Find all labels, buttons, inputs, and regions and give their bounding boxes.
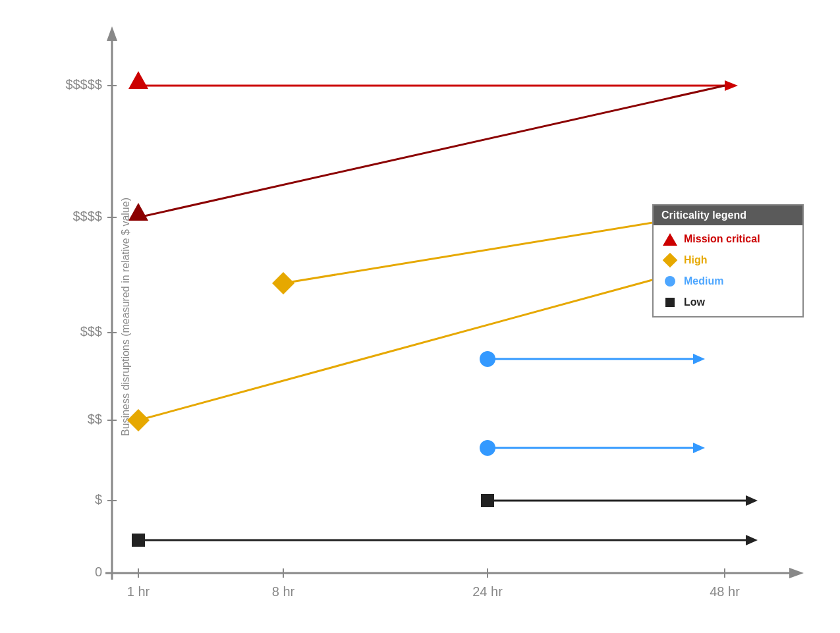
mc-diag-marker — [128, 203, 148, 221]
legend-body: Mission critical High Medium Low — [654, 225, 802, 316]
svg-text:24 hr: 24 hr — [472, 584, 503, 599]
svg-text:0: 0 — [95, 564, 102, 579]
diamond-icon — [663, 253, 678, 268]
high-bot-line — [138, 260, 725, 420]
medium-top-arrow — [693, 354, 705, 364]
legend-item-high: High — [663, 253, 793, 267]
svg-text:$$$: $$$ — [80, 324, 102, 339]
low-top-marker — [481, 494, 494, 507]
legend-low-icon — [663, 295, 677, 310]
high-top-marker — [272, 272, 294, 294]
legend-mc-icon — [663, 232, 677, 246]
triangle-icon — [663, 233, 677, 246]
low-bot-arrow — [746, 535, 758, 545]
circle-icon — [665, 276, 675, 287]
medium-top-marker — [480, 351, 495, 367]
legend-medium-icon — [663, 274, 677, 289]
legend-medium-label: Medium — [684, 275, 723, 287]
legend-item-medium: Medium — [663, 274, 793, 289]
legend-item-mc: Mission critical — [663, 232, 793, 246]
svg-text:$: $ — [95, 492, 102, 507]
legend-high-icon — [663, 253, 677, 267]
high-bot-marker — [127, 409, 150, 431]
chart-container: Business disruptions (measured in relati… — [0, 0, 840, 633]
svg-text:48 hr: 48 hr — [710, 584, 740, 599]
low-bot-marker — [132, 534, 145, 547]
low-top-arrow — [746, 495, 758, 506]
legend-high-label: High — [684, 254, 708, 266]
square-icon — [665, 298, 675, 307]
svg-text:8 hr: 8 hr — [272, 584, 295, 599]
mc-top-arrow — [725, 80, 738, 91]
legend-mc-label: Mission critical — [684, 233, 760, 245]
medium-bot-marker — [480, 440, 495, 456]
mc-diag-line — [138, 86, 725, 217]
medium-bot-arrow — [693, 443, 705, 453]
mc-top-marker — [128, 71, 148, 89]
legend-item-low: Low — [663, 295, 793, 310]
svg-text:$$$$$: $$$$$ — [65, 77, 102, 92]
y-axis-arrow — [107, 26, 117, 41]
legend-box: Criticality legend Mission critical High… — [652, 204, 804, 317]
legend-low-label: Low — [684, 296, 705, 308]
legend-title: Criticality legend — [654, 206, 802, 225]
svg-text:1 hr: 1 hr — [127, 584, 150, 599]
svg-text:$$: $$ — [88, 412, 102, 426]
x-axis-arrow — [789, 568, 804, 578]
svg-text:$$$$: $$$$ — [73, 209, 103, 223]
